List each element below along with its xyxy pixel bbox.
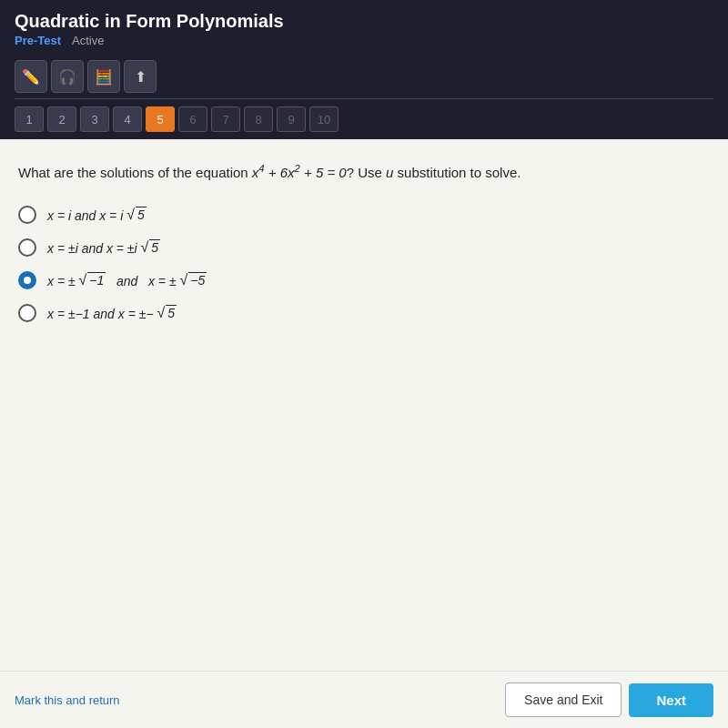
option-c[interactable]: x = ± √−1 and x = ± √−5: [18, 271, 710, 289]
equation-text: x4 + 6x2 + 5 = 0: [252, 165, 347, 180]
expand-tool-button[interactable]: ⬆: [124, 60, 157, 93]
question-number-4[interactable]: 4: [113, 106, 142, 132]
question-number-3[interactable]: 3: [80, 106, 109, 132]
question-number-7[interactable]: 7: [211, 106, 240, 132]
content-area: What are the solutions of the equation x…: [0, 139, 728, 671]
header: Quadratic in Form Polynomials Pre-Test A…: [0, 0, 728, 139]
option-a[interactable]: x = i and x = i √5: [18, 206, 710, 224]
radio-a[interactable]: [18, 206, 36, 224]
sqrt-c1: √−1: [79, 272, 106, 288]
question-number-6[interactable]: 6: [178, 106, 207, 132]
question-number-2[interactable]: 2: [47, 106, 76, 132]
main-container: Quadratic in Form Polynomials Pre-Test A…: [0, 0, 728, 728]
question-number-1[interactable]: 1: [15, 106, 44, 132]
question-number-8[interactable]: 8: [244, 106, 273, 132]
next-button[interactable]: Next: [629, 683, 713, 717]
radio-c[interactable]: [18, 271, 36, 289]
pre-test-label: Pre-Test: [15, 34, 61, 47]
headphones-tool-button[interactable]: 🎧: [51, 60, 84, 93]
question-text: What are the solutions of the equation x…: [18, 161, 710, 184]
sqrt-a: √5: [126, 207, 147, 223]
calculator-tool-button[interactable]: 🧮: [87, 60, 120, 93]
option-c-text: x = ± √−1 and x = ± √−5: [47, 272, 207, 288]
active-badge: Active: [72, 34, 104, 47]
option-b-text: x = ±i and x = ±i √5: [47, 239, 160, 256]
save-exit-button[interactable]: Save and Exit: [505, 682, 622, 717]
radio-d[interactable]: [18, 304, 36, 322]
option-d[interactable]: x = ±−1 and x = ±− √5: [18, 304, 710, 322]
option-d-text: x = ±−1 and x = ±− √5: [47, 305, 177, 321]
question-number-9[interactable]: 9: [277, 106, 306, 132]
question-number-10[interactable]: 10: [309, 106, 339, 132]
option-b[interactable]: x = ±i and x = ±i √5: [18, 238, 710, 257]
toolbar: ✏️ 🎧 🧮 ⬆: [15, 55, 713, 99]
sqrt-c2: √−5: [180, 272, 207, 288]
question-number-5[interactable]: 5: [146, 106, 175, 132]
footer: Mark this and return Save and Exit Next: [0, 671, 728, 728]
mark-return-link[interactable]: Mark this and return: [15, 693, 120, 707]
option-a-text: x = i and x = i √5: [47, 207, 147, 223]
sqrt-b: √5: [141, 239, 161, 256]
footer-right: Save and Exit Next: [505, 682, 713, 717]
subtitle-row: Pre-Test Active: [15, 34, 713, 47]
options-list: x = i and x = i √5 x = ±i and x = ±i √5: [18, 206, 710, 657]
pencil-tool-button[interactable]: ✏️: [15, 60, 47, 93]
sqrt-d: √5: [157, 305, 177, 321]
radio-b[interactable]: [18, 238, 36, 257]
question-numbers-row: 1 2 3 4 5 6 7 8 9 10: [15, 99, 713, 139]
page-title: Quadratic in Form Polynomials: [15, 11, 713, 32]
